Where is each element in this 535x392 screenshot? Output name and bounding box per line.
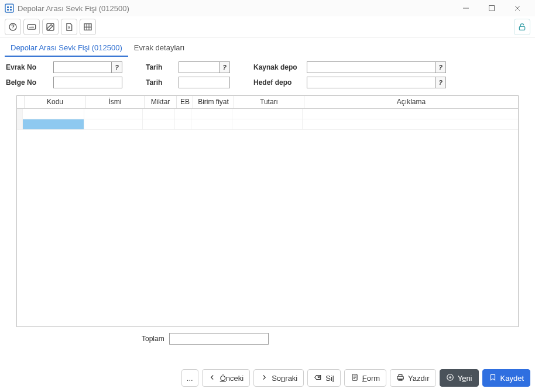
grid-header: Kodu İsmi Miktar EB Birim fiyat Tutarı A… xyxy=(17,96,518,109)
tarih1-input[interactable] xyxy=(179,61,220,73)
kaynak-label: Kaynak depo xyxy=(253,63,303,71)
edit-button[interactable] xyxy=(42,19,59,35)
hedef-lookup[interactable]: ? xyxy=(435,77,446,88)
footer: ... ÖÖncekinceki Sonraki Sil Form Yazdır… xyxy=(0,364,535,392)
app-icon xyxy=(5,4,14,13)
hedef-label: Hedef depo xyxy=(253,78,303,87)
hedef-input[interactable] xyxy=(307,77,435,88)
cell-kodu-selected[interactable] xyxy=(23,119,84,130)
tarih1-lookup[interactable]: ? xyxy=(220,61,230,73)
close-button[interactable] xyxy=(505,0,530,16)
plus-circle-icon xyxy=(446,373,454,383)
toolbar: X xyxy=(0,16,535,37)
cell-aciklama[interactable] xyxy=(303,109,518,119)
tab-main[interactable]: Depolar Arası Sevk Fişi (012500) xyxy=(5,40,128,57)
svg-text:X: X xyxy=(68,26,70,29)
new-button[interactable]: Yeni xyxy=(440,369,479,387)
maximize-button[interactable] xyxy=(479,0,505,16)
help-button[interactable] xyxy=(5,19,21,35)
evrak-no-lookup[interactable]: ? xyxy=(112,61,122,73)
svg-rect-7 xyxy=(84,23,91,30)
belge-no-input[interactable] xyxy=(53,77,122,88)
print-button[interactable]: Yazdır xyxy=(390,369,436,387)
prev-button[interactable]: ÖÖncekinceki xyxy=(202,369,250,387)
titlebar: Depolar Arası Sevk Fişi (012500) xyxy=(0,0,535,16)
bookmark-icon xyxy=(489,373,497,383)
grid-row[interactable] xyxy=(17,109,518,119)
form-icon xyxy=(351,373,359,383)
tarih2-label: Tarih xyxy=(146,78,175,87)
total-label: Toplam xyxy=(142,335,164,343)
arrow-left-icon xyxy=(208,373,217,383)
excel-button[interactable]: X xyxy=(61,19,77,35)
tabs: Depolar Arası Sevk Fişi (012500) Evrak d… xyxy=(0,37,535,57)
delete-button[interactable]: Sil xyxy=(307,369,340,387)
save-button[interactable]: Kaydet xyxy=(482,369,530,387)
lock-button[interactable] xyxy=(514,19,530,35)
save-label: Kaydet xyxy=(500,374,524,383)
evrak-no-label: Evrak No xyxy=(6,63,50,71)
table-button[interactable] xyxy=(80,19,96,35)
belge-no-label: Belge No xyxy=(6,78,50,87)
col-eb[interactable]: EB xyxy=(177,96,193,108)
grid-body[interactable] xyxy=(17,109,518,130)
arrow-right-icon xyxy=(260,373,268,383)
grid-row-selected[interactable] xyxy=(17,119,518,130)
grid[interactable]: Kodu İsmi Miktar EB Birim fiyat Tutarı A… xyxy=(16,95,519,327)
print-label: Yazdır xyxy=(408,374,430,383)
cell-eb[interactable] xyxy=(175,109,191,119)
col-tutari[interactable]: Tutarı xyxy=(234,96,304,108)
tarih2-input[interactable] xyxy=(179,77,230,88)
cell-kodu[interactable] xyxy=(23,109,84,119)
svg-rect-1 xyxy=(489,6,495,11)
tab-details[interactable]: Evrak detayları xyxy=(128,40,191,57)
form-area: Evrak No ? Belge No Tarih ? Tarih xyxy=(0,57,535,91)
more-button[interactable]: ... xyxy=(181,369,198,387)
col-ismi[interactable]: İsmi xyxy=(86,96,145,108)
kaynak-input[interactable] xyxy=(307,61,435,73)
kaynak-lookup[interactable]: ? xyxy=(435,61,446,73)
cell-ismi[interactable] xyxy=(84,109,143,119)
col-birimfiyat[interactable]: Birim fiyat xyxy=(193,96,234,108)
col-aciklama[interactable]: Açıklama xyxy=(304,96,518,108)
print-icon xyxy=(396,373,404,383)
cell-miktar[interactable] xyxy=(143,109,175,119)
col-miktar[interactable]: Miktar xyxy=(145,96,177,108)
keyboard-button[interactable] xyxy=(23,19,40,35)
total-row: Toplam xyxy=(0,329,535,348)
cell-tutari[interactable] xyxy=(232,109,303,119)
cell-birimfiyat[interactable] xyxy=(191,109,232,119)
svg-rect-4 xyxy=(28,25,35,29)
svg-point-3 xyxy=(12,28,13,29)
minimize-button[interactable] xyxy=(453,0,479,16)
window-title: Depolar Arası Sevk Fişi (012500) xyxy=(18,4,453,13)
svg-rect-0 xyxy=(5,4,13,12)
backspace-icon xyxy=(314,373,322,383)
total-input[interactable] xyxy=(169,333,269,345)
svg-rect-5 xyxy=(47,23,54,30)
col-kodu[interactable]: Kodu xyxy=(25,96,86,108)
form-button[interactable]: Form xyxy=(344,369,386,387)
next-button[interactable]: Sonraki xyxy=(253,369,304,387)
svg-rect-8 xyxy=(519,26,524,30)
tarih1-label: Tarih xyxy=(146,63,175,71)
evrak-no-input[interactable] xyxy=(53,61,112,73)
